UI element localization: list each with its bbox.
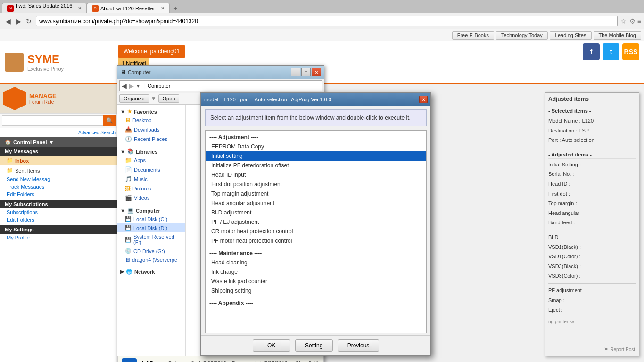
explorer-forward-btn[interactable]: ▶ xyxy=(129,82,134,90)
ok-button[interactable]: OK xyxy=(253,339,290,352)
back-button[interactable]: ◀ xyxy=(3,16,13,26)
adjprog-titlebar: model = L120 | port = Auto selection | A… xyxy=(201,93,430,106)
site-sidebar: MANAGE Forum Rule 🔍 Advanced Search 🏠 Co… xyxy=(0,84,118,362)
nav-apps[interactable]: 📁 Apps xyxy=(117,156,185,165)
adjprog-app-icon: A xyxy=(122,358,137,362)
network-icon: 🌐 xyxy=(126,269,132,275)
menu-icon[interactable]: ≡ xyxy=(637,17,641,25)
user-welcome: Welcome, patcheng01 xyxy=(118,45,185,58)
list-top-margin[interactable]: Top margin adjustment xyxy=(206,189,426,198)
documents-folder-icon: 📄 xyxy=(125,166,132,173)
twitter-icon[interactable]: t xyxy=(603,43,619,60)
list-shipping[interactable]: Shipping setting xyxy=(206,286,426,296)
list-head-id[interactable]: Head ID input xyxy=(206,170,426,180)
bookmark-mobile-blog[interactable]: The Mobile Blog xyxy=(594,31,642,40)
tab-1[interactable]: M Fwd: Sales Update 2016 - ✕ xyxy=(2,3,87,13)
list-first-dot[interactable]: First dot position adjustment xyxy=(206,180,426,189)
list-cr-motor[interactable]: CR motor heat protection control xyxy=(206,227,426,236)
list-ink-charge[interactable]: Ink charge xyxy=(206,267,426,277)
bookmark-technology-today[interactable]: Technology Today xyxy=(496,31,548,40)
head-id-item: Head ID : xyxy=(548,180,636,189)
edit-folders2-link[interactable]: Edit Folders xyxy=(0,216,117,223)
hexagon-logo xyxy=(3,87,26,110)
explorer-dropdown-btn[interactable]: ▼ xyxy=(136,83,140,89)
list-eeprom[interactable]: EEPROM Data Copy xyxy=(206,142,426,151)
sidebar-item-sent[interactable]: 📁 Sent Items xyxy=(0,165,117,175)
libraries-section[interactable]: ▼ 📚 Libraries xyxy=(117,147,185,156)
organize-btn[interactable]: Organize xyxy=(119,94,149,103)
nav-music[interactable]: 🎵 Music xyxy=(117,174,185,184)
forum-rules[interactable]: Forum Rule xyxy=(29,99,57,105)
list-initial-setting[interactable]: Initial setting xyxy=(206,151,426,161)
facebook-icon[interactable]: f xyxy=(583,43,600,60)
network-section[interactable]: ▶ 🌐 Network xyxy=(117,267,185,276)
nav-cd-drive[interactable]: 💿 CD Drive (G:) xyxy=(117,247,185,255)
apps-folder-icon: 📁 xyxy=(125,157,132,164)
nav-desktop[interactable]: 🖥 Desktop xyxy=(117,115,185,125)
nav-local-d[interactable]: 💾 Local Disk (D:) xyxy=(117,223,185,232)
serial-no-item: Serial No. : xyxy=(548,170,636,179)
nav-pictures[interactable]: 🖼 Pictures xyxy=(117,184,185,193)
list-pf-motor[interactable]: PF motor heat protection control xyxy=(206,236,426,246)
nav-network-share[interactable]: 🖥 dragon4 (\\serverpc xyxy=(117,255,185,264)
favorites-section[interactable]: ▼ ★ Favorites xyxy=(117,107,185,115)
desktop-folder-icon: 🖥 xyxy=(125,117,131,123)
list-pf-ej[interactable]: PF / EJ adjustment xyxy=(206,217,426,227)
nav-recent-places[interactable]: 🕐 Recent Places xyxy=(117,134,185,144)
forward-button[interactable]: ▶ xyxy=(13,16,24,26)
open-btn[interactable]: Open xyxy=(158,94,180,103)
report-flag-icon: ⚑ xyxy=(604,347,608,352)
list-bid[interactable]: Bi-D adjustment xyxy=(206,208,426,217)
tab-1-close[interactable]: ✕ xyxy=(78,6,82,11)
list-initialize-pf[interactable]: Initialize PF deterioration offset xyxy=(206,161,426,170)
pf-adjustment-item: PF adjustment xyxy=(548,287,636,295)
track-messages-link[interactable]: Track Messages xyxy=(0,183,117,190)
adjprog-close-btn[interactable]: ✕ xyxy=(419,96,428,103)
bookmark-star-icon[interactable]: ☆ xyxy=(620,17,627,25)
nav-local-c[interactable]: 💾 Local Disk (C:) xyxy=(117,214,185,223)
nav-videos[interactable]: 🎬 Videos xyxy=(117,193,185,203)
printer-note: ng printer sa xyxy=(548,318,636,326)
dialog-list[interactable]: ---- Adjustment ---- EEPROM Data Copy In… xyxy=(206,131,426,333)
tab-2-close[interactable]: ✕ xyxy=(161,6,165,11)
rss-icon[interactable]: RSS xyxy=(622,43,639,60)
nav-downloads[interactable]: 📥 Downloads xyxy=(117,125,185,134)
explorer-window-title: Computer xyxy=(128,69,290,75)
address-input[interactable] xyxy=(36,16,618,26)
previous-button[interactable]: Previous xyxy=(338,339,380,352)
tab-2-icon: S xyxy=(92,5,99,12)
bookmark-leading-sites[interactable]: Leading Sites xyxy=(550,31,592,40)
search-button[interactable]: 🔍 xyxy=(103,115,116,126)
recent-folder-icon: 🕐 xyxy=(125,136,132,142)
send-new-message-link[interactable]: Send New Messag xyxy=(0,175,117,183)
bookmarks-bar: Free E-Books Technology Today Leading Si… xyxy=(0,29,644,41)
site-logo-img xyxy=(5,53,24,72)
adjusted-divider-1 xyxy=(548,148,636,148)
explorer-back-btn[interactable]: ◀ xyxy=(122,82,127,90)
explorer-maximize-btn[interactable]: □ xyxy=(301,68,311,76)
my-profile-link[interactable]: My Profile xyxy=(0,234,117,241)
tab-2[interactable]: S About sa L120 Resetter - ✕ xyxy=(87,3,170,13)
extensions-icon[interactable]: ⚙ xyxy=(629,17,636,25)
bookmark-free-ebooks[interactable]: Free E-Books xyxy=(452,31,494,40)
list-head-angular[interactable]: Head angular adjustment xyxy=(206,198,426,208)
report-post-link[interactable]: Report Post xyxy=(610,347,635,352)
nav-system-reserved[interactable]: 💾 System Reserved (F:) xyxy=(117,232,185,247)
new-tab-button[interactable]: + xyxy=(170,4,181,13)
subscriptions-link[interactable]: Subscriptions xyxy=(0,208,117,216)
computer-section[interactable]: ▼ 💻 Computer xyxy=(117,206,185,214)
edit-folders-link[interactable]: Edit Folders xyxy=(0,190,117,198)
refresh-button[interactable]: ↻ xyxy=(24,16,34,26)
vsd3-black-item: VSD3(Black) : xyxy=(548,263,636,271)
nav-documents[interactable]: 📄 Documents xyxy=(117,165,185,174)
explorer-path: Computer xyxy=(148,83,320,89)
sidebar-item-inbox[interactable]: 📁 Inbox xyxy=(0,156,117,165)
explorer-close-btn[interactable]: ✕ xyxy=(312,68,321,76)
list-waste-ink[interactable]: Waste ink pad counter xyxy=(206,277,426,286)
advanced-search-link[interactable]: Advanced Search xyxy=(78,130,116,135)
explorer-minimize-btn[interactable]: — xyxy=(291,68,300,76)
local-d-icon: 💾 xyxy=(125,225,132,231)
list-head-cleaning[interactable]: Head cleaning xyxy=(206,258,426,267)
setting-button[interactable]: Setting xyxy=(295,339,333,352)
search-field[interactable] xyxy=(2,115,103,126)
